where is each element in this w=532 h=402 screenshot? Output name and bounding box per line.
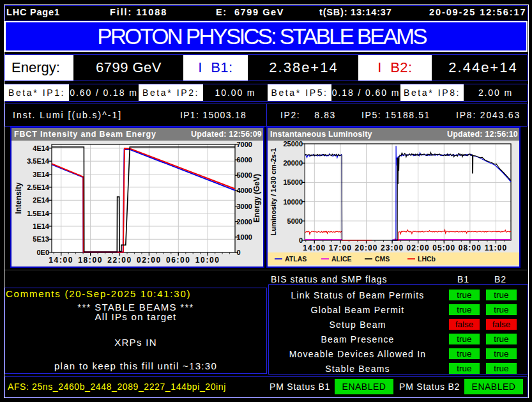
- svg-text:20:00: 20:00: [354, 244, 377, 252]
- svg-text:5E13: 5E13: [33, 235, 49, 243]
- svg-text:05:00: 05:00: [432, 244, 455, 252]
- svg-text:LHCb: LHCb: [418, 255, 436, 263]
- svg-text:2000: 2000: [237, 218, 252, 226]
- svg-text:3E14: 3E14: [33, 171, 50, 178]
- svg-text:3000: 3000: [237, 203, 252, 210]
- svg-text:14:00: 14:00: [303, 244, 326, 252]
- svg-text:Luminosity / 1e30 cm-2s-1: Luminosity / 1e30 cm-2s-1: [270, 148, 277, 236]
- svg-text:3.5E14: 3.5E14: [27, 157, 50, 165]
- svg-text:Intensity: Intensity: [14, 182, 23, 214]
- svg-text:17:00: 17:00: [329, 244, 352, 252]
- svg-text:0: 0: [299, 236, 303, 244]
- svg-text:2E14: 2E14: [33, 196, 50, 204]
- svg-text:06:00: 06:00: [166, 256, 191, 265]
- svg-text:15000: 15000: [283, 178, 303, 186]
- svg-text:2.5E14: 2.5E14: [27, 183, 50, 191]
- svg-text:6000: 6000: [237, 156, 252, 164]
- svg-text:02:00: 02:00: [407, 244, 430, 252]
- svg-text:10:00: 10:00: [195, 256, 220, 265]
- svg-text:20000: 20000: [283, 159, 303, 167]
- svg-text:11:00: 11:00: [485, 244, 508, 252]
- svg-text:1E14: 1E14: [33, 222, 50, 230]
- svg-text:0: 0: [237, 249, 241, 256]
- svg-text:25000: 25000: [283, 141, 303, 148]
- svg-text:0E0: 0E0: [36, 249, 49, 256]
- svg-text:5000: 5000: [237, 171, 252, 179]
- svg-text:4E14: 4E14: [33, 144, 50, 152]
- svg-text:7000: 7000: [237, 141, 252, 148]
- svg-text:23:00: 23:00: [381, 244, 404, 252]
- svg-text:02:00: 02:00: [137, 256, 162, 265]
- svg-text:4000: 4000: [237, 187, 252, 194]
- svg-text:5000: 5000: [287, 217, 303, 225]
- svg-text:08:00: 08:00: [459, 244, 482, 252]
- svg-text:22:00: 22:00: [107, 256, 132, 265]
- svg-text:1.5E14: 1.5E14: [27, 210, 50, 217]
- svg-text:CMS: CMS: [375, 255, 390, 263]
- svg-text:10000: 10000: [283, 198, 303, 206]
- svg-text:ATLAS: ATLAS: [285, 255, 307, 263]
- svg-text:Energy (GeV): Energy (GeV): [252, 174, 261, 222]
- svg-text:ALICE: ALICE: [331, 255, 352, 263]
- svg-text:14:00: 14:00: [49, 256, 73, 265]
- svg-text:1000: 1000: [237, 233, 252, 241]
- svg-text:18:00: 18:00: [78, 256, 103, 265]
